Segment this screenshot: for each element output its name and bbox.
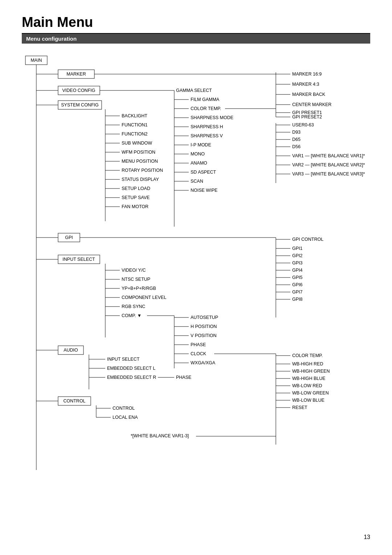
svg-text:NTSC SETUP: NTSC SETUP [122,277,150,282]
svg-text:AUDIO: AUDIO [64,348,78,353]
svg-text:WB-HIGH BLUE: WB-HIGH BLUE [292,376,326,381]
svg-text:SHARPNESS MODE: SHARPNESS MODE [191,115,233,120]
svg-text:GPI CONTROL: GPI CONTROL [292,237,323,242]
svg-text:D93: D93 [292,130,301,135]
svg-text:CONTROL: CONTROL [63,398,85,404]
svg-text:GPI7: GPI7 [292,289,303,295]
svg-text:MONO: MONO [191,151,205,157]
svg-text:VIDEO CONFIG: VIDEO CONFIG [62,88,95,93]
svg-text:GPI8: GPI8 [292,297,303,302]
page-title: Main Menu [22,15,370,30]
svg-text:PHASE: PHASE [191,342,206,347]
svg-text:GPI5: GPI5 [292,275,303,280]
svg-text:COLOR TEMP.: COLOR TEMP. [292,353,323,358]
svg-text:COLOR TEMP.: COLOR TEMP. [191,106,221,111]
svg-text:WB-HIGH GREEN: WB-HIGH GREEN [292,369,330,374]
svg-text:WB-LOW RED: WB-LOW RED [292,383,322,388]
svg-text:MAIN: MAIN [30,58,42,63]
svg-text:MARKER 4:3: MARKER 4:3 [292,82,319,87]
svg-text:D65: D65 [292,137,301,142]
svg-text:SETUP SAVE: SETUP SAVE [122,195,150,200]
svg-text:WB-LOW GREEN: WB-LOW GREEN [292,390,329,396]
svg-text:SHARPNESS H: SHARPNESS H [191,124,223,129]
svg-text:MENU POSITION: MENU POSITION [122,159,158,164]
svg-text:FAN MOTOR: FAN MOTOR [122,204,148,209]
svg-text:GPI3: GPI3 [292,260,303,266]
svg-text:H POSITION: H POSITION [191,324,217,329]
svg-text:*[WHITE BALANCE VAR1-3]: *[WHITE BALANCE VAR1-3] [131,433,189,438]
svg-text:COMP. ▼: COMP. ▼ [122,313,142,318]
svg-text:AUTOSETUP: AUTOSETUP [191,315,218,320]
svg-text:V POSITION: V POSITION [191,333,217,338]
svg-text:WXGA/XGA: WXGA/XGA [191,360,216,365]
svg-text:FILM GAMMA: FILM GAMMA [191,97,220,102]
svg-text:MARKER 16:9: MARKER 16:9 [292,72,322,77]
svg-text:SUB WINDOW: SUB WINDOW [122,141,152,146]
svg-text:WB-LOW BLUE: WB-LOW BLUE [292,398,324,403]
svg-text:CLOCK: CLOCK [191,351,207,356]
svg-text:SETUP LOAD: SETUP LOAD [122,186,150,191]
svg-text:BACKLIGHT: BACKLIGHT [122,113,147,118]
svg-text:FUNCTION1: FUNCTION1 [122,122,148,127]
svg-text:GPI6: GPI6 [292,282,303,287]
svg-text:GPI: GPI [65,235,73,240]
svg-text:STATUS DISPLAY: STATUS DISPLAY [122,177,159,182]
svg-text:INPUT SELECT: INPUT SELECT [107,357,140,362]
svg-text:ANAMO: ANAMO [191,161,207,166]
svg-text:VAR1 — [WHITE BALANCE VAR1]*: VAR1 — [WHITE BALANCE VAR1]* [292,153,365,158]
svg-text:I-P MODE: I-P MODE [191,142,211,147]
svg-text:EMBEDDED SELECT R: EMBEDDED SELECT R [107,375,156,380]
svg-text:CONTROL: CONTROL [113,406,135,411]
svg-text:FUNCTION2: FUNCTION2 [122,131,148,137]
svg-text:WB-HIGH RED: WB-HIGH RED [292,361,323,366]
svg-text:LOCAL ENA: LOCAL ENA [113,415,138,420]
menu-diagram: MAIN MARKER MARKER 16:9 MARKER 4:3 MARKE… [22,52,370,511]
svg-text:COMPONENT LEVEL: COMPONENT LEVEL [122,295,166,300]
svg-text:MARKER BACK: MARKER BACK [292,92,326,97]
svg-text:GPI2: GPI2 [292,253,303,258]
svg-text:SYSTEM CONFIG: SYSTEM CONFIG [61,102,98,108]
diagram-svg: MAIN MARKER MARKER 16:9 MARKER 4:3 MARKE… [22,52,370,510]
svg-text:YP+B+P+R/RGB: YP+B+P+R/RGB [122,286,156,291]
svg-text:GPI4: GPI4 [292,268,303,273]
svg-text:VAR2 — [WHITE BALANCE VAR2]*: VAR2 — [WHITE BALANCE VAR2]* [292,162,365,167]
svg-text:RESET: RESET [292,405,307,410]
svg-text:USER0-63: USER0-63 [292,122,314,127]
svg-text:GPI1: GPI1 [292,246,303,251]
page-number: 13 [364,534,370,540]
section-header: Menu configuration [22,34,370,44]
svg-text:CENTER MARKER: CENTER MARKER [292,102,331,107]
svg-text:VIDEO/ Y/C: VIDEO/ Y/C [122,268,146,273]
svg-text:SHARPNESS V: SHARPNESS V [191,133,223,138]
svg-text:RGB SYNC: RGB SYNC [122,304,145,309]
svg-text:GPI PRESET2: GPI PRESET2 [292,114,322,119]
svg-text:EMBEDDED SELECT L: EMBEDDED SELECT L [107,366,155,371]
svg-text:PHASE: PHASE [176,375,191,380]
svg-text:MARKER: MARKER [66,72,86,77]
svg-text:INPUT SELECT: INPUT SELECT [62,257,95,262]
svg-text:NOISE WIPE: NOISE WIPE [191,188,217,193]
svg-text:SCAN: SCAN [191,179,203,184]
svg-text:VAR3 — [WHITE BALANCE VAR3]*: VAR3 — [WHITE BALANCE VAR3]* [292,171,365,177]
svg-text:GAMMA SELECT: GAMMA SELECT [176,88,212,93]
svg-text:SD ASPECT: SD ASPECT [191,170,216,175]
svg-text:WFM POSITION: WFM POSITION [122,150,155,155]
svg-text:ROTARY POSITION: ROTARY POSITION [122,168,163,173]
svg-text:D56: D56 [292,144,301,149]
